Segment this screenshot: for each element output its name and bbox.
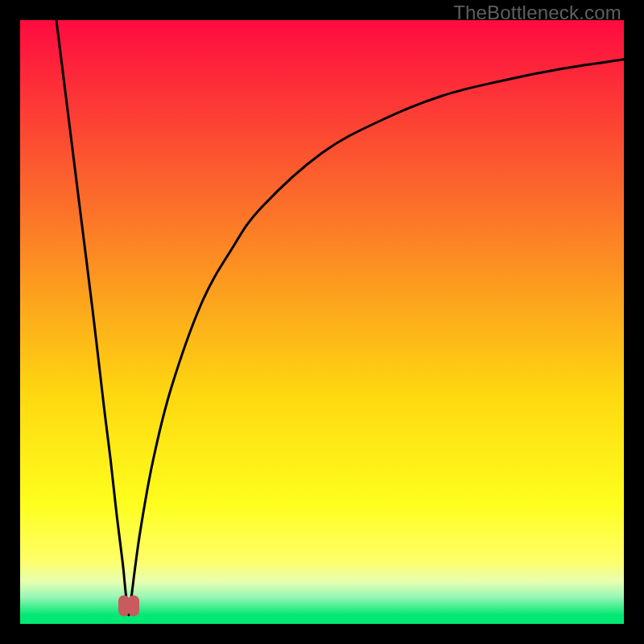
bottleneck-chart	[20, 20, 624, 624]
minimum-marker	[128, 596, 139, 617]
minimum-marker	[118, 596, 130, 617]
minimum-markers	[118, 596, 139, 617]
gradient-background	[20, 20, 624, 624]
chart-frame	[20, 20, 624, 624]
